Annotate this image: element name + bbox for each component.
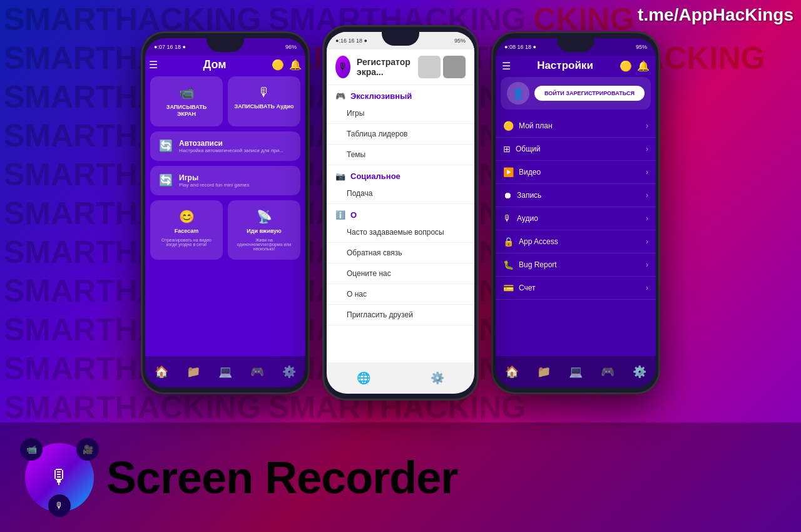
about-icon: ℹ️ <box>335 210 345 220</box>
menu-item-feed[interactable]: Подача <box>327 183 474 204</box>
settings-title: Настройки <box>537 59 593 72</box>
exclusive-icon: 🎮 <box>335 91 345 101</box>
settings-item-bugreport[interactable]: 🐛 Bug Report › <box>496 253 656 277</box>
phone-2-menu: 🎮 Эксклюзивный Игры Таблица лидеров Темы… <box>327 85 474 325</box>
appaccess-label: App Access <box>519 237 558 246</box>
games-subtitle: Play and record fun mini games <box>179 182 250 188</box>
autorecord-card[interactable]: 🔄 Автозаписи Настройка автоматической за… <box>150 131 300 161</box>
menu-item-invite[interactable]: Пригласить друзей <box>327 305 474 325</box>
menu-item-feedback[interactable]: Обратная связь <box>327 243 474 263</box>
p3-nav-files[interactable]: 📁 <box>537 365 551 379</box>
p2-app-title: Регистратор экра... <box>357 57 412 77</box>
phone-2-notch <box>382 32 419 46</box>
bugreport-icon: 🐛 <box>503 260 514 270</box>
record-screen-label: ЗАПИСЫВАТЬ ЭКРАН <box>156 104 217 118</box>
login-section: 👤 ВОЙТИ ЗАРЕГИСТРИРОВАТЬСЯ <box>501 77 651 110</box>
golive-subtitle: Живи на одиночномплатформа или несколько… <box>234 238 294 251</box>
record-icon: ⏺ <box>503 190 512 200</box>
phone-3-header: ☰ Настройки 🟡 🔔 <box>496 56 656 77</box>
video-label: Видео <box>519 168 541 176</box>
games-title: Игры <box>179 173 250 182</box>
settings-item-plan[interactable]: 🟡 Мой план › <box>496 115 656 138</box>
social-icon: 📷 <box>335 171 345 181</box>
phone-3-nav: 🏠 📁 💻 🎮 ⚙️ <box>496 356 656 387</box>
home-title: Дом <box>203 58 226 71</box>
games-card[interactable]: 🔄 Игры Play and record fun mini games <box>150 166 300 195</box>
p3-nav-settings-active[interactable]: ⚙️ <box>633 365 646 379</box>
p2-nav-1[interactable]: 🌐 <box>357 371 370 385</box>
facecam-card[interactable]: 😊 Facecam Отреагировать на видео изгде у… <box>150 200 223 260</box>
general-chevron: › <box>646 145 648 153</box>
logo-top-left-icon: 📹 <box>20 438 43 461</box>
avatar: 👤 <box>507 82 529 105</box>
golive-title: Иди вживую <box>247 228 282 235</box>
menu-item-aboutus[interactable]: О нас <box>327 284 474 305</box>
phone-3: ●:08 16 18 ● 95% ☰ Настройки 🟡 🔔 👤 ВОЙТИ… <box>491 31 660 394</box>
appaccess-chevron: › <box>646 237 648 246</box>
nav-files[interactable]: 📁 <box>186 365 200 379</box>
about-label: О <box>350 210 357 220</box>
bell-icon[interactable]: 🔔 <box>289 59 302 71</box>
p3-menu-icon[interactable]: ☰ <box>502 60 511 72</box>
p2-nav-2[interactable]: ⚙️ <box>431 371 444 385</box>
p3-nav-screen[interactable]: 💻 <box>569 365 583 379</box>
p2-thumb-1 <box>418 56 441 78</box>
phone-2-screen: ●:16 16 18 ● 95% 🎙 Регистратор экра... <box>327 32 474 394</box>
record-screen-card[interactable]: 📹 ЗАПИСЫВАТЬ ЭКРАН <box>150 76 223 126</box>
avatar-icon: 👤 <box>512 88 524 100</box>
watermark-text: t.me/AppHacKings <box>638 5 793 25</box>
coin-icon: 🟡 <box>272 59 284 71</box>
settings-list: 🟡 Мой план › ⊞ Общий › ▶️ Видео <box>496 115 656 300</box>
settings-item-appaccess[interactable]: 🔒 App Access › <box>496 230 656 253</box>
settings-item-audio[interactable]: 🎙 Аудио › <box>496 207 656 230</box>
nav-home[interactable]: 🏠 <box>155 365 168 379</box>
menu-item-themes[interactable]: Темы <box>327 145 474 165</box>
settings-item-record[interactable]: ⏺ Запись › <box>496 184 656 207</box>
status-right: 96% <box>285 44 297 50</box>
facecam-subtitle: Отреагировать на видео изгде угодно в се… <box>156 238 217 247</box>
p3-status-left: ●:08 16 18 ● <box>504 44 536 50</box>
golive-card[interactable]: 📡 Иди вживую Живи на одиночномплатформа … <box>228 200 300 260</box>
phone-2-nav: 🌐 ⚙️ <box>327 362 474 394</box>
audio-icon: 🎙 <box>503 213 512 223</box>
plan-label: Мой план <box>519 121 553 130</box>
p3-bell-icon[interactable]: 🔔 <box>637 60 650 72</box>
phone-2: ●:16 16 18 ● 95% 🎙 Регистратор экра... <box>322 25 479 401</box>
login-button[interactable]: ВОЙТИ ЗАРЕГИСТРИРОВАТЬСЯ <box>534 86 645 101</box>
p2-status-left: ●:16 16 18 ● <box>335 38 367 44</box>
settings-item-video[interactable]: ▶️ Видео › <box>496 161 656 184</box>
menu-icon[interactable]: ☰ <box>149 59 158 71</box>
record-audio-card[interactable]: 🎙 ЗАПИСЫВАТЬ Аудио <box>228 76 300 126</box>
nav-screen[interactable]: 💻 <box>218 365 232 379</box>
autorecord-icon: 🔄 <box>159 139 173 153</box>
settings-item-bill[interactable]: 💳 Счет › <box>496 277 656 300</box>
nav-settings[interactable]: ⚙️ <box>282 365 296 379</box>
appaccess-icon: 🔒 <box>503 237 514 247</box>
audio-label: Аудио <box>517 214 538 223</box>
record-audio-icon: 🎙 <box>258 85 270 100</box>
record-audio-label: ЗАПИСЫВАТЬ Аудио <box>235 103 294 110</box>
menu-item-leaderboard[interactable]: Таблица лидеров <box>327 124 474 145</box>
nav-games[interactable]: 🎮 <box>250 365 264 379</box>
p3-nav-home[interactable]: 🏠 <box>505 365 519 379</box>
settings-item-general[interactable]: ⊞ Общий › <box>496 138 656 161</box>
facecam-icon: 😊 <box>179 209 195 224</box>
menu-section-exclusive: 🎮 Эксклюзивный <box>327 85 474 103</box>
phone-2-header: 🎙 Регистратор экра... <box>327 49 474 85</box>
p2-thumb-2 <box>443 56 466 78</box>
p3-nav-games[interactable]: 🎮 <box>601 365 615 379</box>
video-icon: ▶️ <box>503 167 514 177</box>
menu-item-rate[interactable]: Оцените нас <box>327 263 474 284</box>
phone-1-nav: 🏠 📁 💻 🎮 ⚙️ <box>145 356 305 387</box>
record-label: Запись <box>517 191 541 200</box>
menu-item-faq[interactable]: Часто задаваемые вопросы <box>327 222 474 243</box>
bill-label: Счет <box>519 284 536 292</box>
p3-status-right: 95% <box>636 44 647 50</box>
autorecord-subtitle: Настройка автоматической записи для при.… <box>179 148 283 153</box>
app-title: Screen Recorder <box>106 452 457 503</box>
games-icon: 🔄 <box>159 173 173 187</box>
bugreport-chevron: › <box>646 260 648 269</box>
p2-logo: 🎙 <box>335 56 350 78</box>
phone-1-content: 📹 ЗАПИСЫВАТЬ ЭКРАН 🎙 ЗАПИСЫВАТЬ Аудио 🔄 … <box>145 76 305 270</box>
menu-item-games[interactable]: Игры <box>327 103 474 124</box>
